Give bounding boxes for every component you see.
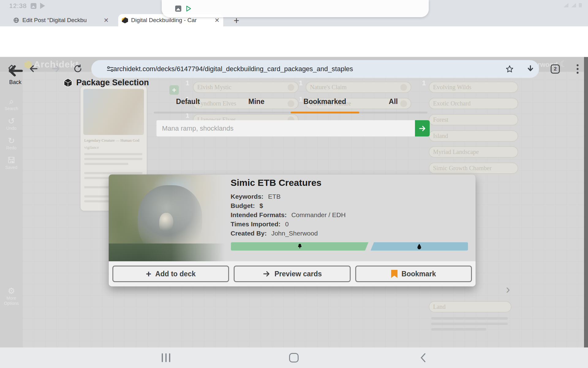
tab-title: Digital Deckbuilding - Car [131,17,197,24]
card-row: Island [429,130,518,142]
card-row: Evolving Wilds [429,82,518,93]
screenshot-icon [31,3,36,9]
gear-icon: ⚙ [0,286,23,296]
package-selection-title: Package Selection [64,78,149,87]
redo-icon: ↻ [0,136,23,145]
background-add-button: + [169,85,179,95]
browser-tab-inactive[interactable]: Edit Post “Digital Deckbu ✕ [9,14,112,26]
url-bar[interactable]: archidekt.com/decks/6147794/digital_deck… [91,60,539,78]
page-content: Archidekt Decks News Collection Forums J… [0,57,588,347]
status-clock: 12:38 [9,2,27,10]
search-submit-button[interactable] [415,120,430,136]
search-icon: ⌕ [0,97,23,106]
save-icon: 🖫 [0,156,23,165]
menu-kebab-icon[interactable] [575,64,581,74]
card-row: Nature's Claim [306,82,411,93]
card-row: Elvish Mystic [193,82,299,93]
wifi-icon [571,3,576,7]
search-input[interactable] [156,120,415,136]
browser-toolbar: archidekt.com/decks/6147794/digital_deck… [0,26,588,57]
undo-icon: ↺ [0,117,23,126]
tab-title: Edit Post “Digital Deckbu [22,17,87,24]
background-next-chevron: › [506,282,510,296]
sidebar-item-redo: ↻ Redo [0,136,23,151]
island-mana-icon [417,243,422,250]
active-tab-indicator [291,112,359,113]
add-to-deck-button[interactable]: + Add to deck [112,266,229,282]
package-actions: + Add to deck Preview cards Bookmark [109,261,476,286]
bookmark-star-icon[interactable] [505,65,514,73]
battery-icon [579,3,582,7]
card-row: Exotic Orchard [429,98,518,109]
screen: 12:38 Edit Post “Digital Deckbu ✕ Digita… [0,0,588,368]
tab-close-icon[interactable]: ✕ [104,17,109,24]
reload-button[interactable] [71,62,85,75]
status-system-icons [564,3,582,7]
site-settings-icon[interactable] [106,65,115,73]
package-title: Simic ETB Creatures [231,178,322,188]
plus-icon: + [146,270,152,278]
play-store-icon [40,3,45,9]
tab-bookmarked[interactable]: Bookmarked [291,98,359,112]
android-back-button[interactable] [420,353,426,362]
green-mana-icon [288,84,294,91]
tab-default[interactable]: Default [154,98,222,112]
back-button[interactable] [27,62,40,75]
globe-favicon [13,17,19,23]
card-type-line: Legendary Creature — Human God [84,138,139,143]
package-search [156,120,430,136]
forest-mana-icon [297,243,303,250]
sidebar-item-more-options: ⚙ More Options [0,286,23,306]
tab-mine[interactable]: Mine [222,98,291,112]
card-row: Land [429,301,511,312]
background-sidebar: ⌕ Search ↺ Undo ↻ Redo 🖫 Saved ⚙ More Op… [0,72,23,347]
dark-mode-icon: ☾ [560,59,567,69]
home-button[interactable] [5,62,18,75]
card-keyword: vigilance [84,145,99,150]
card-row: Simic Growth Chamber [429,163,518,174]
tab-all[interactable]: All [359,98,428,112]
blue-mana-segment [371,242,468,251]
card-row: Myriad Landscape [429,146,518,158]
package-artwork [109,174,229,261]
status-notification-icons [31,3,45,9]
page-scrollbar[interactable] [584,57,588,347]
arrow-right-icon [418,125,426,132]
package-box-icon [64,78,72,87]
home-button[interactable] [289,353,299,362]
sidebar-item-undo: ↺ Undo [0,117,23,131]
sidebar-item-search: ⌕ Search [0,97,23,111]
arrow-right-icon [262,270,270,278]
card-art [83,89,144,135]
green-mana-icon [400,84,407,91]
archidekt-favicon [122,17,128,23]
android-nav-bar [0,347,588,368]
tab-switcher-button[interactable]: 2 [551,64,560,74]
tab-close-icon[interactable]: ✕ [214,17,220,24]
package-card: Simic ETB Creatures Keywords:ETB Budget:… [109,174,476,286]
bookmark-icon [391,270,398,278]
notification-pill[interactable] [162,0,429,17]
screenshot-icon [175,6,181,12]
card-row: Forest [429,114,518,125]
color-identity-bar [231,242,468,251]
bookmark-button[interactable]: Bookmark [355,266,472,282]
tab-underline [154,112,428,113]
package-tabs: Default Mine Bookmarked All [154,98,428,112]
play-store-icon [185,5,192,12]
sidebar-item-saved: 🖫 Saved [0,156,23,170]
forward-button[interactable] [49,62,62,75]
recents-button[interactable] [162,353,170,362]
url-text[interactable]: archidekt.com/decks/6147794/digital_deck… [113,65,353,73]
green-mana-segment [231,242,368,251]
download-icon[interactable] [526,65,535,73]
preview-cards-button[interactable]: Preview cards [234,266,350,282]
signal-icon [564,3,568,7]
